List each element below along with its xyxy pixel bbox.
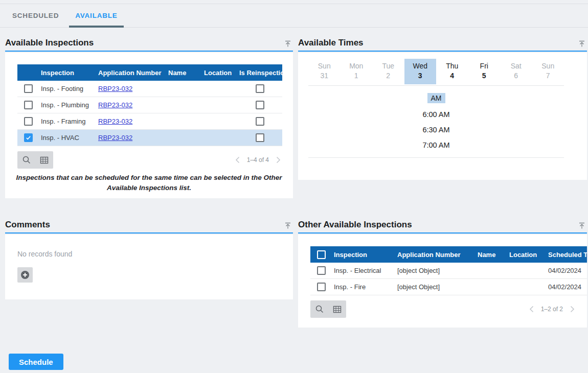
row-checkbox[interactable]: [24, 84, 33, 93]
application-number-link[interactable]: RBP23-032: [98, 85, 132, 92]
cell-inspection: Insp. - Plumbing: [41, 101, 98, 109]
prev-page-icon[interactable]: [235, 156, 240, 164]
cell-application-number: [object Object]: [397, 267, 478, 274]
prev-page-icon[interactable]: [529, 306, 534, 313]
table-row[interactable]: Insp. - Electrical [object Object] 04/02…: [310, 263, 587, 279]
grid-view-icon[interactable]: [39, 155, 49, 165]
available-inspections-table: Inspection Application Number Name Locat…: [17, 64, 282, 146]
is-reinspection-checkbox[interactable]: [256, 133, 264, 142]
col-application-number[interactable]: Application Number: [397, 251, 478, 259]
col-inspection[interactable]: Inspection: [41, 69, 98, 77]
tab-available[interactable]: AVAILABLE: [69, 4, 123, 27]
no-records-text: No records found: [17, 250, 293, 258]
col-name[interactable]: Name: [168, 69, 204, 77]
tab-scheduled[interactable]: SCHEDULED: [6, 4, 65, 27]
inspections-note: Inspections that can be scheduled for th…: [15, 173, 283, 193]
other-inspections-table: Inspection Application Number Name Locat…: [310, 246, 587, 295]
cell-inspection: Insp. - HVAC: [41, 134, 98, 142]
table-toolbar: [17, 151, 53, 169]
col-location[interactable]: Location: [204, 69, 239, 77]
other-available-inspections-panel: Inspection Application Number Name Locat…: [298, 235, 587, 328]
is-reinspection-checkbox[interactable]: [256, 84, 264, 93]
day-fri-5[interactable]: Fri 5: [468, 59, 501, 84]
pagination-label: 1–2 of 2: [541, 306, 563, 313]
next-page-icon[interactable]: [276, 156, 281, 164]
cell-application-number: [object Object]: [397, 283, 478, 291]
schedule-button[interactable]: Schedule: [9, 354, 63, 370]
day-wed-3-selected[interactable]: Wed 3: [404, 59, 437, 84]
col-location[interactable]: Location: [509, 251, 548, 259]
grid-view-icon[interactable]: [332, 304, 342, 314]
select-all-checkbox[interactable]: [317, 250, 326, 259]
is-reinspection-checkbox[interactable]: [256, 101, 264, 109]
col-name[interactable]: Name: [478, 251, 509, 259]
row-checkbox[interactable]: [317, 283, 326, 291]
available-times-panel: Sun 31 Mon 1 Tue 2 Wed 3 Thu 4 Fri 5 Sat…: [298, 53, 587, 180]
available-inspections-header: Available Inspections: [5, 37, 293, 52]
add-comment-button[interactable]: [17, 267, 33, 283]
col-application-number[interactable]: Application Number: [98, 69, 168, 77]
table-row[interactable]: Insp. - Plumbing RBP23-032: [17, 97, 282, 113]
day-sat-6: Sat 6: [500, 59, 532, 84]
cell-inspection: Insp. - Footing: [41, 85, 98, 92]
day-picker: Sun 31 Mon 1 Tue 2 Wed 3 Thu 4 Fri 5 Sat…: [298, 53, 587, 84]
day-sun-7: Sun 7: [532, 59, 564, 84]
row-checkbox[interactable]: [24, 101, 33, 109]
available-inspections-title: Available Inspections: [5, 37, 293, 49]
day-tue-2: Tue 2: [372, 59, 404, 84]
search-icon[interactable]: [314, 304, 325, 314]
time-slot-list: AM 6:00 AM 6:30 AM 7:00 AM: [298, 86, 587, 149]
next-page-icon[interactable]: [570, 306, 575, 313]
row-checkbox[interactable]: [24, 117, 33, 126]
time-slot-700am[interactable]: 7:00 AM: [308, 141, 564, 149]
application-number-link[interactable]: RBP23-032: [98, 134, 132, 142]
row-checkbox[interactable]: [317, 266, 326, 275]
available-inspections-panel: Inspection Application Number Name Locat…: [5, 53, 293, 198]
other-available-inspections-title: Other Available Inspections: [298, 219, 587, 231]
day-mon-1: Mon 1: [341, 59, 373, 84]
am-period-label: AM: [427, 93, 445, 103]
collapse-icon[interactable]: [578, 40, 586, 48]
plus-circle-icon: [20, 270, 30, 279]
collapse-icon[interactable]: [284, 40, 292, 48]
available-times-title: Available Times: [298, 37, 587, 49]
table-toolbar: [310, 300, 346, 318]
table-row[interactable]: Insp. - Footing RBP23-032: [17, 81, 282, 97]
collapse-icon[interactable]: [284, 222, 292, 230]
day-sun-31: Sun 31: [308, 59, 341, 84]
cell-scheduled-time: 04/02/2024: [548, 283, 587, 291]
comments-title: Comments: [5, 219, 293, 231]
other-available-inspections-header: Other Available Inspections: [298, 219, 587, 234]
is-reinspection-checkbox[interactable]: [256, 117, 264, 126]
comments-panel: No records found: [5, 235, 293, 299]
time-slot-630am[interactable]: 6:30 AM: [308, 126, 564, 134]
table-header-row: Inspection Application Number Name Locat…: [17, 64, 282, 81]
col-inspection[interactable]: Inspection: [334, 251, 397, 259]
table-row[interactable]: Insp. - Fire [object Object] 04/02/2024: [310, 279, 587, 295]
col-is-reinspection[interactable]: Is Reinspection: [239, 69, 282, 77]
cell-inspection: Insp. - Framing: [41, 118, 98, 125]
pagination-label: 1–4 of 4: [247, 156, 269, 164]
time-slot-600am[interactable]: 6:00 AM: [308, 110, 564, 119]
collapse-icon[interactable]: [578, 222, 586, 230]
tab-bar: SCHEDULED AVAILABLE: [0, 4, 588, 28]
available-times-header: Available Times: [298, 37, 587, 52]
cell-scheduled-time: 04/02/2024: [548, 267, 587, 274]
day-thu-4[interactable]: Thu 4: [436, 59, 468, 84]
pagination: 1–2 of 2: [529, 306, 575, 313]
application-number-link[interactable]: RBP23-032: [98, 101, 132, 109]
cell-inspection: Insp. - Electrical: [334, 267, 397, 274]
search-icon[interactable]: [21, 155, 32, 165]
table-row-selected[interactable]: Insp. - HVAC RBP23-032: [17, 130, 282, 146]
col-scheduled-time[interactable]: Scheduled Time: [548, 251, 587, 259]
table-row[interactable]: Insp. - Framing RBP23-032: [17, 113, 282, 130]
row-checkbox-checked[interactable]: [24, 133, 33, 142]
cell-inspection: Insp. - Fire: [334, 283, 397, 291]
comments-header: Comments: [5, 219, 293, 234]
divider: [308, 157, 564, 158]
table-header-row: Inspection Application Number Name Locat…: [310, 246, 587, 263]
application-number-link[interactable]: RBP23-032: [98, 118, 132, 125]
pagination: 1–4 of 4: [235, 156, 281, 164]
